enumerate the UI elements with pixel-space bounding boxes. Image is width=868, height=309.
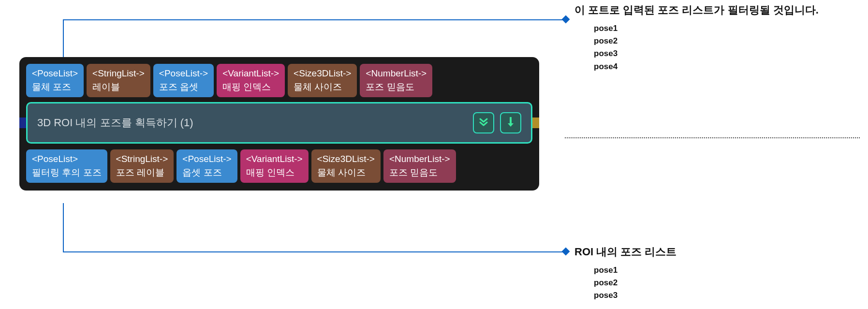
port-type: <PoseList-> (182, 152, 231, 166)
node-card: <PoseList> 물체 포즈 <StringList-> 레이블 <Pose… (19, 57, 539, 191)
input-port-row: <PoseList> 물체 포즈 <StringList-> 레이블 <Pose… (26, 64, 532, 97)
annotation-output-title: ROI 내의 포즈 리스트 (574, 245, 855, 259)
annotation-output-items: pose1 pose2 pose3 (574, 264, 855, 302)
port-label: 물체 사이즈 (317, 166, 375, 179)
port-type: <PoseList> (32, 67, 78, 80)
input-port-number-list[interactable]: <NumberList-> 포즈 믿음도 (360, 64, 432, 97)
port-type: <StringList-> (92, 67, 145, 80)
callout-line-input-h (63, 19, 566, 20)
annotation-divider (565, 137, 860, 138)
annotation-input: 이 포트로 입력된 포즈 리스트가 필터링될 것입니다. pose1 pose2… (574, 3, 855, 73)
annotation-input-items: pose1 pose2 pose3 pose4 (574, 22, 855, 73)
exec-pin-in[interactable] (19, 118, 26, 128)
port-label: 물체 사이즈 (294, 80, 351, 94)
port-type: <PoseList-> (159, 67, 208, 80)
output-port-variant-list[interactable]: <VariantList-> 매핑 인덱스 (240, 149, 309, 183)
port-type: <StringList-> (116, 152, 168, 166)
run-button[interactable] (500, 112, 521, 133)
port-label: 포즈 옵셋 (159, 80, 208, 94)
port-type: <VariantList-> (222, 67, 279, 80)
input-port-pose-list[interactable]: <PoseList> 물체 포즈 (26, 64, 84, 97)
double-chevron-down-icon (478, 116, 489, 130)
list-item: pose2 (594, 35, 855, 47)
list-item: pose1 (594, 264, 855, 277)
expand-button[interactable] (473, 112, 494, 133)
annotation-output: ROI 내의 포즈 리스트 pose1 pose2 pose3 (574, 245, 855, 302)
input-port-string-list[interactable]: <StringList-> 레이블 (87, 64, 150, 97)
arrow-down-icon (505, 116, 516, 130)
list-item: pose1 (594, 22, 855, 35)
port-type: <Size3DList-> (317, 152, 375, 166)
list-item: pose4 (594, 60, 855, 73)
input-port-pose-offset[interactable]: <PoseList-> 포즈 옵셋 (153, 64, 214, 97)
port-type: <PoseList> (32, 152, 102, 166)
input-port-variant-list[interactable]: <VariantList-> 매핑 인덱스 (217, 64, 285, 97)
output-port-size3d-list[interactable]: <Size3DList-> 물체 사이즈 (311, 149, 381, 183)
port-label: 레이블 (92, 80, 145, 94)
output-port-pose-label[interactable]: <StringList-> 포즈 레이블 (110, 149, 174, 183)
port-type: <NumberList-> (389, 152, 450, 166)
callout-diamond-input (562, 15, 570, 24)
list-item: pose3 (594, 47, 855, 60)
port-type: <VariantList-> (246, 152, 303, 166)
port-type: <Size3DList-> (294, 67, 351, 80)
callout-line-output-h (63, 251, 566, 252)
node-buttons (473, 112, 521, 133)
port-label: 포즈 믿음도 (366, 80, 427, 94)
exec-pin-out[interactable] (532, 118, 539, 128)
input-port-size3d-list[interactable]: <Size3DList-> 물체 사이즈 (288, 64, 357, 97)
port-label: 필터링 후의 포즈 (32, 166, 102, 179)
node-title: 3D ROI 내의 포즈를 획득하기 (1) (37, 116, 193, 130)
svg-marker-1 (508, 123, 514, 127)
list-item: pose3 (594, 289, 855, 302)
output-port-number-list[interactable]: <NumberList-> 포즈 믿음도 (383, 149, 456, 183)
node-body[interactable]: 3D ROI 내의 포즈를 획득하기 (1) (26, 102, 532, 144)
port-label: 옵셋 포즈 (182, 166, 231, 179)
list-item: pose2 (594, 277, 855, 289)
callout-line-output-v (63, 203, 64, 251)
output-port-row: <PoseList> 필터링 후의 포즈 <StringList-> 포즈 레이… (26, 149, 532, 183)
port-label: 포즈 믿음도 (389, 166, 450, 179)
port-label: 포즈 레이블 (116, 166, 168, 179)
annotation-input-title: 이 포트로 입력된 포즈 리스트가 필터링될 것입니다. (574, 3, 855, 17)
output-port-filtered-pose[interactable]: <PoseList> 필터링 후의 포즈 (26, 149, 107, 183)
port-type: <NumberList-> (366, 67, 427, 80)
port-label: 매핑 인덱스 (246, 166, 303, 179)
port-label: 물체 포즈 (32, 80, 78, 94)
output-port-offset-pose[interactable]: <PoseList-> 옵셋 포즈 (177, 149, 237, 183)
port-label: 매핑 인덱스 (222, 80, 279, 94)
callout-diamond-output (562, 248, 570, 256)
